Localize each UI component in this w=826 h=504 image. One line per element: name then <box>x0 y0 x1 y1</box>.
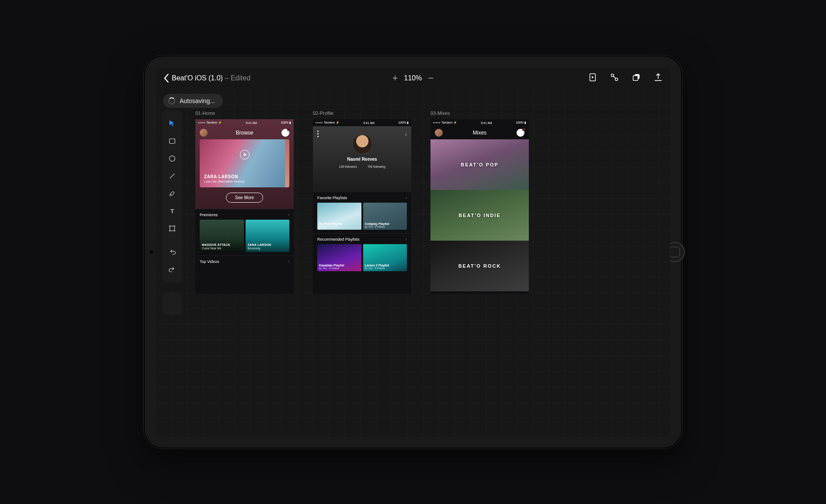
mix-tile[interactable]: BEAT'O POP <box>430 139 529 190</box>
chevron-right-icon[interactable]: › <box>288 213 289 217</box>
section-title: Premieres <box>200 213 218 217</box>
tool-palette: T <box>162 110 182 283</box>
status-bar: ••••• Tandem ⚡ 9:41 AM 100% ▮ <box>195 119 294 126</box>
ipad-frame: Beat'O iOS (1.0) – Edited + 110% − <box>144 55 682 449</box>
mix-tile[interactable]: BEAT'O INDIE <box>430 190 529 241</box>
svg-point-2 <box>615 78 618 81</box>
top-toolbar: Beat'O iOS (1.0) – Edited + 110% − <box>156 68 670 89</box>
redo-button[interactable] <box>162 261 182 278</box>
chevron-left-icon <box>163 73 169 83</box>
chevron-right-icon[interactable]: › <box>288 259 289 264</box>
svg-rect-4 <box>633 76 638 80</box>
playlist-card[interactable]: Coldplay Playlist by You · 3 Videos <box>363 203 407 230</box>
phone-mock-profile: ••••• Tandem ⚡ 9:41 AM 100% ▮ › Naomi Re… <box>313 119 411 294</box>
menu-dots-icon[interactable] <box>317 131 319 137</box>
canvas[interactable]: 01-Home ••••• Tandem ⚡ 9:41 AM 100% ▮ Br… <box>182 89 670 436</box>
svg-point-1 <box>611 74 614 76</box>
zoom-level: 110% <box>404 74 422 82</box>
notifications-icon[interactable] <box>281 129 289 137</box>
zoom-in-button[interactable]: + <box>392 72 398 84</box>
svg-point-6 <box>170 156 175 162</box>
ellipse-tool[interactable] <box>162 150 182 167</box>
svg-rect-5 <box>170 139 175 144</box>
play-icon[interactable] <box>240 150 250 159</box>
nav-title: Browse <box>236 130 253 136</box>
line-tool[interactable] <box>162 167 182 185</box>
undo-button[interactable] <box>162 243 182 261</box>
zoom-out-button[interactable]: − <box>428 72 434 84</box>
doc-status: – Edited <box>225 74 250 82</box>
playlist-card[interactable]: Kasabian Playlist by You · 3 Videos <box>317 244 361 271</box>
following-count: 756 following <box>368 165 385 168</box>
profile-avatar[interactable] <box>352 134 372 154</box>
playlist-card[interactable]: My First Playlist by You · 3 Videos <box>317 203 361 230</box>
section-title: Recommended Playlists <box>317 237 360 242</box>
zoom-control: + 110% − <box>392 72 434 84</box>
nav-title: Mixes <box>473 130 486 136</box>
hero-artist: ZARA LARSON <box>204 174 245 179</box>
work-area: T 01-Home <box>156 89 670 436</box>
artboard-label: 03-Mixes <box>430 110 529 116</box>
hero-card[interactable]: ZARA LARSON Lush Life (Alternative versi… <box>200 139 289 187</box>
phone-mock-home: ••••• Tandem ⚡ 9:41 AM 100% ▮ Browse <box>195 119 294 294</box>
profile-name: Naomi Reeves <box>313 157 411 162</box>
chevron-right-icon[interactable]: › <box>406 237 407 242</box>
hero-track: Lush Life (Alternative version) <box>204 180 245 183</box>
followers-count: 128 followers <box>339 165 357 168</box>
artboard-03-mixes[interactable]: 03-Mixes ••••• Tandem ⚡ 9:41 AM 100% ▮ M… <box>430 110 529 294</box>
premiere-card[interactable]: ZARA LARSON Becoming <box>246 220 290 252</box>
artboard-label: 02-Profile <box>313 110 411 116</box>
text-tool[interactable]: T <box>162 202 182 220</box>
section-title: Favorite Playlists <box>317 196 347 200</box>
back-button[interactable]: Beat'O iOS (1.0) – Edited <box>163 73 250 83</box>
phone-mock-mixes: ••••• Tandem ⚡ 9:41 AM 100% ▮ Mixes BEAT… <box>430 119 529 294</box>
link-button[interactable] <box>610 72 619 84</box>
autosave-label: Autosaving... <box>180 97 215 104</box>
pen-tool[interactable] <box>162 185 182 202</box>
artboard-02-profile[interactable]: 02-Profile ••••• Tandem ⚡ 9:41 AM 100% ▮… <box>313 110 411 294</box>
artboard-01-home[interactable]: 01-Home ••••• Tandem ⚡ 9:41 AM 100% ▮ Br… <box>195 110 294 294</box>
document-title: Beat'O iOS (1.0) – Edited <box>172 74 250 82</box>
status-bar: ••••• Tandem ⚡ 9:41 AM 100% ▮ <box>430 119 529 126</box>
svg-rect-9 <box>170 226 175 231</box>
avatar[interactable] <box>200 129 208 137</box>
app-screen: Beat'O iOS (1.0) – Edited + 110% − <box>156 68 670 436</box>
status-bar: ••••• Tandem ⚡ 9:41 AM 100% ▮ <box>313 119 411 126</box>
artboard-tool[interactable] <box>162 220 182 237</box>
spinner-icon <box>168 97 175 104</box>
autosave-indicator: Autosaving... <box>163 94 223 108</box>
secondary-palette <box>162 292 182 315</box>
select-tool[interactable] <box>162 115 182 132</box>
svg-text:T: T <box>170 208 174 214</box>
layers-button[interactable] <box>632 72 641 84</box>
avatar[interactable] <box>435 129 443 137</box>
playlist-card[interactable]: Larson 2 Playlist by You · 3 Videos <box>363 244 407 271</box>
doc-name: Beat'O iOS (1.0) <box>172 74 223 82</box>
svg-point-7 <box>170 194 171 195</box>
share-button[interactable] <box>653 72 663 84</box>
premiere-card[interactable]: MASSIVE ATTACK Come Near Me <box>200 220 244 252</box>
chevron-right-icon[interactable]: › <box>406 196 407 200</box>
notifications-icon[interactable] <box>517 129 524 137</box>
see-more-button[interactable]: See More <box>226 193 263 203</box>
mix-tile[interactable]: BEAT'O ROCK <box>430 241 529 291</box>
rectangle-tool[interactable] <box>162 132 182 150</box>
section-title: Top Videos <box>200 259 219 264</box>
chevron-right-icon[interactable]: › <box>405 131 407 138</box>
artboard-label: 01-Home <box>195 110 294 116</box>
preview-button[interactable] <box>588 72 597 84</box>
